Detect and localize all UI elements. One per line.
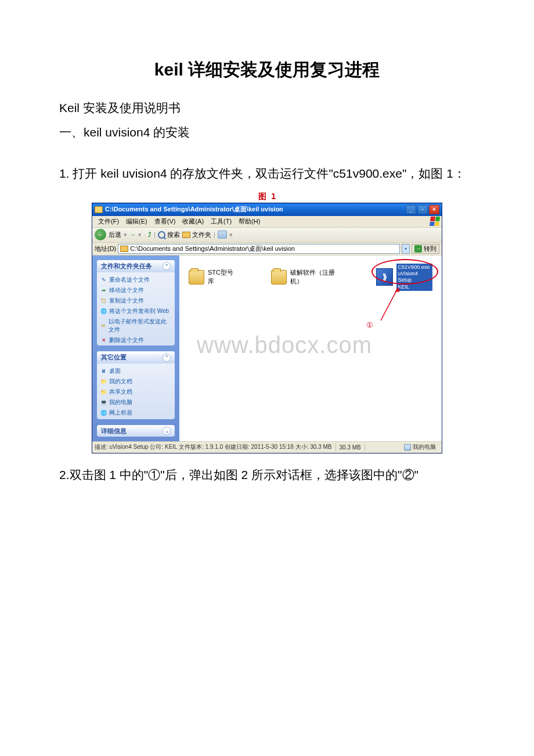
sidebar-panel-other-places: 其它位置 ⌃ 🖥桌面 📁我的文档 📁共享文档 💻我的电脑 🌐网上邻居 [97, 351, 175, 419]
forward-button[interactable]: → [129, 231, 136, 238]
explorer-toolbar: ← 后退 ▾ → ▾ · ⤴ | 搜索 文件夹 | ▾ [92, 228, 442, 243]
place-network[interactable]: 🌐网上邻居 [100, 408, 171, 418]
folder-icon [189, 270, 204, 285]
go-button[interactable]: → 转到 [412, 244, 439, 254]
close-button[interactable]: × [429, 205, 439, 214]
status-location: 我的电脑 [404, 443, 439, 451]
explorer-addressbar: 地址(D) C:\Documents and Settings\Administ… [92, 243, 442, 255]
folder-crack[interactable]: 破解软件（注册机） [271, 264, 342, 291]
panel-expand-button[interactable]: ⌄ [163, 427, 171, 435]
folder-icon [271, 270, 287, 285]
views-button[interactable] [218, 231, 227, 239]
watermark: www.bdocx.com [197, 332, 372, 358]
task-copy[interactable]: ⿻复制这个文件 [100, 296, 171, 306]
paragraph-2: 一、keil uvision4 的安装 [35, 123, 499, 142]
panel-title: 其它位置 [101, 353, 127, 362]
address-path: C:\Documents and Settings\Administrator\… [130, 244, 295, 253]
annotation-number-1: ① [366, 321, 373, 330]
panel-title: 详细信息 [101, 427, 127, 435]
back-label: 后退 [109, 231, 121, 239]
search-icon [158, 231, 165, 239]
sidebar-panel-details: 详细信息 ⌄ [97, 425, 175, 437]
task-move[interactable]: ➦移动这个文件 [100, 285, 171, 296]
back-button[interactable]: ← [95, 229, 106, 240]
installer-icon: ⟫ [376, 268, 392, 286]
computer-icon [404, 444, 411, 451]
folders-button[interactable]: 文件夹 [182, 231, 211, 239]
panel-collapse-button[interactable]: ⌃ [163, 262, 171, 270]
status-description: 描述: uVision4 Setup 公司: KEIL 文件版本: 1.9.1.… [95, 443, 336, 451]
place-my-documents[interactable]: 📁我的文档 [100, 376, 171, 387]
explorer-sidebar: 文件和文件夹任务 ⌃ ✎重命名这个文件 ➦移动这个文件 ⿻复制这个文件 🌐将这个… [92, 255, 179, 441]
document-title: keil 详细安装及使用复习进程 [35, 58, 499, 82]
file-c51v900-exe[interactable]: ⟫ C51V900.exe uVision4 Setup KEIL [376, 264, 432, 291]
window-title: C:\Documents and Settings\Administrator\… [105, 205, 406, 214]
task-publish-web[interactable]: 🌐将这个文件发布到 Web [100, 306, 171, 316]
menu-help[interactable]: 帮助(H) [235, 216, 264, 227]
figure-1-caption: 图 1 [35, 192, 499, 202]
search-button[interactable]: 搜索 [158, 231, 180, 239]
go-arrow-icon: → [414, 245, 422, 253]
menu-favorites[interactable]: 收藏(A) [179, 216, 207, 227]
maximize-button[interactable]: ▫ [417, 205, 428, 214]
menu-view[interactable]: 查看(V) [151, 216, 179, 227]
explorer-statusbar: 描述: uVision4 Setup 公司: KEIL 文件版本: 1.9.1.… [92, 441, 442, 453]
status-size: 30.3 MB [340, 444, 365, 451]
explorer-menubar: 文件(F) 编辑(E) 查看(V) 收藏(A) 工具(T) 帮助(H) [92, 216, 442, 228]
up-button[interactable]: ⤴ [148, 231, 151, 238]
address-dropdown[interactable]: ▾ [402, 244, 410, 254]
paragraph-1: Keil 安装及使用说明书 [35, 98, 499, 118]
address-label: 地址(D) [95, 244, 116, 253]
paragraph-4: 2.双击图 1 中的"①"后，弹出如图 2 所示对话框，选择该图中的"②" [35, 465, 499, 485]
paragraph-3: 1. 打开 keil uvision4 的存放文件夹，双击运行文件"c51v90… [35, 164, 499, 183]
task-rename[interactable]: ✎重命名这个文件 [100, 275, 171, 285]
place-my-computer[interactable]: 💻我的电脑 [100, 397, 171, 408]
place-shared-docs[interactable]: 📁共享文档 [100, 387, 171, 397]
windows-logo-icon [430, 217, 440, 226]
panel-collapse-button[interactable]: ⌃ [163, 354, 171, 362]
menu-tools[interactable]: 工具(T) [207, 216, 235, 227]
sidebar-panel-file-tasks: 文件和文件夹任务 ⌃ ✎重命名这个文件 ➦移动这个文件 ⿻复制这个文件 🌐将这个… [97, 260, 175, 345]
figure-1-explorer-window: C:\Documents and Settings\Administrator\… [92, 203, 442, 453]
folder-icon [182, 232, 190, 238]
menu-file[interactable]: 文件(F) [95, 216, 122, 227]
place-desktop[interactable]: 🖥桌面 [100, 366, 171, 376]
task-delete[interactable]: ✕删除这个文件 [100, 335, 171, 345]
explorer-titlebar: C:\Documents and Settings\Administrator\… [92, 203, 442, 216]
folder-icon [95, 206, 103, 213]
panel-title: 文件和文件夹任务 [101, 262, 152, 271]
folder-stc[interactable]: STC型号库 [189, 264, 236, 291]
task-email[interactable]: ✉以电子邮件形式发送此文件 [100, 316, 171, 335]
menu-edit[interactable]: 编辑(E) [122, 216, 151, 227]
minimize-button[interactable]: _ [406, 205, 416, 214]
address-input[interactable]: C:\Documents and Settings\Administrator\… [118, 244, 400, 254]
folder-icon [120, 246, 128, 252]
file-list-pane[interactable]: STC型号库 破解软件（注册机） ⟫ C51V900.exe uVision4 … [179, 255, 442, 441]
